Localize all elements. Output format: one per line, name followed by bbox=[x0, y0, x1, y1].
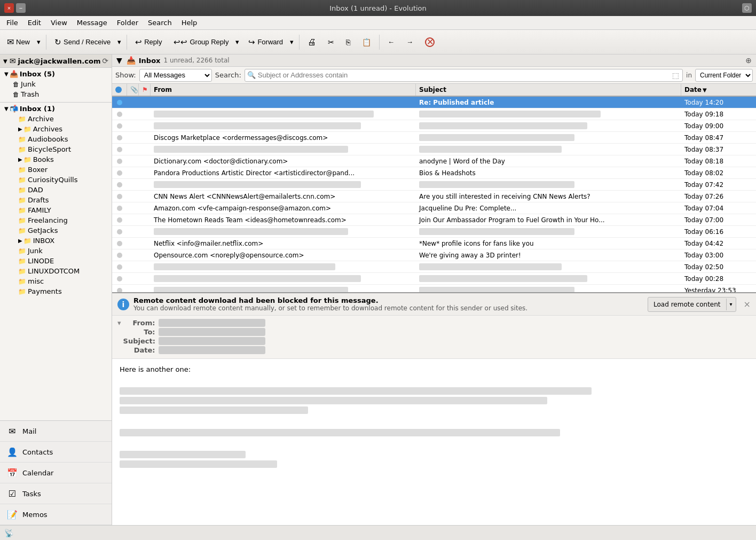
sidebar-item-getjacks[interactable]: 📁 GetJacks bbox=[0, 225, 112, 236]
sidebar-item-boxer[interactable]: 📁 Boxer bbox=[0, 165, 112, 175]
header-from[interactable]: From bbox=[151, 84, 416, 96]
sidebar-item-misc[interactable]: 📁 misc bbox=[0, 276, 112, 286]
sidebar-item-linuxdotcom[interactable]: 📁 LINUXDOTCOM bbox=[0, 266, 112, 276]
header-flag[interactable]: ⚑ bbox=[139, 84, 151, 96]
table-row[interactable]: Today 07:42 bbox=[112, 179, 756, 191]
group-reply-group[interactable]: ↩↩ Group Reply ▾ bbox=[169, 33, 241, 51]
header-status[interactable] bbox=[112, 84, 127, 96]
maximize-button-area[interactable]: ⬡ bbox=[742, 3, 752, 13]
status-icon-left[interactable]: 📡 bbox=[4, 529, 13, 537]
send-receive-group[interactable]: ↻ Send / Receive ▾ bbox=[50, 33, 123, 51]
minimize-button[interactable]: − bbox=[16, 3, 26, 13]
copy-button[interactable]: ⎘ bbox=[341, 33, 355, 51]
forward-button[interactable]: ↪ Forward bbox=[243, 33, 288, 51]
paste-button[interactable]: 📋 bbox=[357, 33, 376, 51]
send-receive-button[interactable]: ↻ Send / Receive bbox=[50, 33, 115, 51]
inbox1-expand-arrow[interactable]: ▼ bbox=[4, 106, 9, 112]
table-row[interactable]: Amazon.com <vfe-campaign-response@amazon… bbox=[112, 202, 756, 214]
print-button[interactable]: 🖨 bbox=[303, 33, 321, 51]
table-row[interactable]: Re: Published article Today 14:20 bbox=[112, 97, 756, 108]
forward-group[interactable]: ↪ Forward ▾ bbox=[243, 33, 296, 51]
send-receive-dropdown-arrow[interactable]: ▾ bbox=[115, 33, 123, 51]
maximize-button[interactable]: ⬡ bbox=[742, 3, 752, 13]
nav-tasks[interactable]: ☑ Tasks bbox=[0, 483, 112, 504]
title-bar-controls[interactable]: × − bbox=[4, 3, 26, 13]
table-row[interactable]: Pandora Productions Artistic Director <a… bbox=[112, 167, 756, 179]
sidebar-item-linode[interactable]: 📁 LINODE bbox=[0, 256, 112, 266]
search-input[interactable] bbox=[258, 71, 671, 79]
search-scope-select[interactable]: Current Folder All Folders bbox=[695, 69, 753, 82]
sidebar-item-inbox-1[interactable]: ▼ 📬 Inbox (1) bbox=[0, 104, 112, 114]
nav-calendar[interactable]: 📅 Calendar bbox=[0, 463, 112, 483]
group-reply-dropdown-arrow[interactable]: ▾ bbox=[233, 33, 241, 51]
sidebar-item-audiobooks[interactable]: 📁 Audiobooks bbox=[0, 134, 112, 144]
table-row[interactable]: Dictionary.com <doctor@dictionary.com> a… bbox=[112, 155, 756, 167]
table-row[interactable]: Today 09:00 bbox=[112, 120, 756, 132]
menu-folder[interactable]: Folder bbox=[113, 18, 143, 28]
forward-nav-button[interactable]: → bbox=[401, 33, 418, 51]
table-row[interactable]: The Hometown Reads Team <ideas@hometownr… bbox=[112, 214, 756, 226]
load-remote-dropdown-arrow[interactable]: ▾ bbox=[727, 299, 736, 309]
table-row[interactable]: Today 00:28 bbox=[112, 273, 756, 285]
forward-dropdown-arrow[interactable]: ▾ bbox=[288, 33, 296, 51]
table-row[interactable]: Yesterday 23:53 bbox=[112, 285, 756, 292]
table-row[interactable]: CNN News Alert <CNNNewsAlert@emailalerts… bbox=[112, 191, 756, 202]
nav-contacts[interactable]: 👤 Contacts bbox=[0, 442, 112, 463]
sidebar-item-inbox-folder[interactable]: ▶ 📁 INBOX bbox=[0, 236, 112, 246]
table-row[interactable]: Opensource.com <noreply@opensource.com> … bbox=[112, 249, 756, 261]
sidebar-item-trash[interactable]: 🗑 Trash bbox=[0, 89, 112, 99]
menu-edit[interactable]: Edit bbox=[23, 18, 45, 28]
reply-button[interactable]: ↩ Reply bbox=[130, 33, 167, 51]
new-dropdown-arrow[interactable]: ▾ bbox=[35, 33, 43, 51]
sidebar-item-payments[interactable]: 📁 Payments bbox=[0, 286, 112, 296]
header-add-icon[interactable]: ⊕ bbox=[745, 56, 752, 65]
header-collapse-button[interactable]: ▾ bbox=[117, 319, 121, 327]
sidebar-item-inbox-main[interactable]: ▼ 📥 Inbox (5) bbox=[0, 69, 112, 79]
account-header[interactable]: ▼ ✉ jack@jackwallen.com ⟳ bbox=[0, 54, 112, 68]
cut-button[interactable]: ✂ bbox=[323, 33, 339, 51]
sidebar-item-junk2[interactable]: 📁 Junk bbox=[0, 246, 112, 256]
archives-expand[interactable]: ▶ bbox=[18, 126, 22, 132]
sync-icon[interactable]: ⟳ bbox=[102, 57, 108, 65]
table-row[interactable]: Today 08:37 bbox=[112, 144, 756, 155]
sidebar-item-drafts[interactable]: 📁 Drafts bbox=[0, 195, 112, 205]
sidebar-item-curiosityquills[interactable]: 📁 CuriosityQuills bbox=[0, 175, 112, 185]
header-attach[interactable]: 📎 bbox=[127, 84, 139, 96]
sidebar-item-archives[interactable]: ▶ 📁 Archives bbox=[0, 124, 112, 134]
sidebar-item-archive[interactable]: 📁 Archive bbox=[0, 114, 112, 124]
new-button[interactable]: ✉ New bbox=[2, 33, 35, 51]
table-row[interactable]: Today 09:18 bbox=[112, 108, 756, 120]
sidebar-item-bicyclesport[interactable]: 📁 BicycleSport bbox=[0, 144, 112, 154]
nav-memos[interactable]: 📝 Memos bbox=[0, 504, 112, 525]
header-subject[interactable]: Subject bbox=[416, 84, 681, 96]
sidebar-item-junk[interactable]: 🗑 Junk bbox=[0, 79, 112, 89]
books-expand[interactable]: ▶ bbox=[18, 156, 22, 162]
menu-view[interactable]: View bbox=[46, 18, 72, 28]
menu-help[interactable]: Help bbox=[177, 18, 202, 28]
sidebar-item-books[interactable]: ▶ 📁 Books bbox=[0, 154, 112, 165]
inbox-folder-expand[interactable]: ▶ bbox=[18, 238, 22, 244]
sidebar-item-freelancing[interactable]: 📁 Freelancing bbox=[0, 215, 112, 225]
table-row[interactable]: Discogs Marketplace <ordermessages@disco… bbox=[112, 132, 756, 144]
inbox-expand-arrow[interactable]: ▼ bbox=[4, 71, 9, 77]
search-clear-button[interactable]: ⬚ bbox=[671, 71, 680, 80]
header-date[interactable]: Date ▼ bbox=[681, 84, 756, 96]
menu-file[interactable]: File bbox=[2, 18, 22, 28]
close-button[interactable]: × bbox=[4, 3, 14, 13]
sidebar-item-family[interactable]: 📁 FAMILY bbox=[0, 205, 112, 215]
sidebar-item-dad[interactable]: 📁 DAD bbox=[0, 185, 112, 195]
menu-search[interactable]: Search bbox=[144, 18, 176, 28]
show-filter-select[interactable]: All Messages Unread Messages Read Messag… bbox=[139, 69, 212, 82]
table-row[interactable]: Today 02:50 bbox=[112, 261, 756, 273]
table-row[interactable]: Netflix <info@mailer.netflix.com> *New* … bbox=[112, 238, 756, 249]
menu-message[interactable]: Message bbox=[73, 18, 112, 28]
table-row[interactable]: Today 06:16 bbox=[112, 226, 756, 238]
back-button[interactable]: ← bbox=[383, 33, 399, 51]
load-remote-content-button[interactable]: Load remote content ▾ bbox=[648, 297, 736, 312]
account-collapse-arrow[interactable]: ▼ bbox=[3, 58, 7, 64]
group-reply-button[interactable]: ↩↩ Group Reply bbox=[169, 33, 233, 51]
nav-mail[interactable]: ✉ Mail bbox=[0, 421, 112, 442]
stop-button[interactable]: ✕ bbox=[420, 33, 439, 51]
new-button-group[interactable]: ✉ New ▾ bbox=[2, 33, 43, 51]
remote-content-close-button[interactable]: × bbox=[744, 299, 751, 309]
